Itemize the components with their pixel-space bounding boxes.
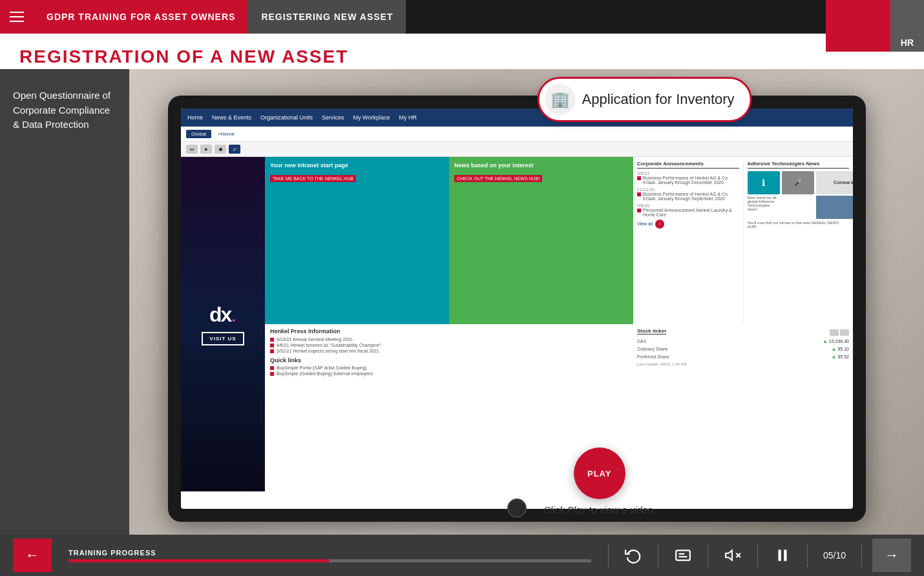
announce-2: 11/11/20 Business Performance of Henkel … <box>637 187 739 201</box>
back-arrow-icon: ← <box>25 547 39 564</box>
icons-strip: aa ■ ◼ y! <box>181 142 853 157</box>
caption-button[interactable] <box>669 541 697 570</box>
adhesive-title: Adhesive Technologies News <box>748 161 850 169</box>
nav-title-gdpr: GDPR TRAINING FOR ASSET OWNERS <box>34 0 248 34</box>
replay-button[interactable] <box>619 541 647 570</box>
ann-dot-3 <box>637 209 641 212</box>
stock-section: Stock ticker DAX ▲ 15,298.30 <box>633 324 853 370</box>
play-container: PLAY Click Play to view a video. <box>543 447 655 515</box>
bottom-bar: ← TRAINING PROGRESS 05/10 <box>0 535 924 576</box>
intranet-main: dx . VISIT US Your new Intranet start pa… <box>181 157 853 491</box>
nav-org[interactable]: Organizational Units <box>260 114 313 121</box>
view-all-link[interactable]: View all <box>637 221 653 226</box>
back-button[interactable]: ← <box>13 539 52 572</box>
breadcrumb-global[interactable]: Global <box>186 130 211 138</box>
red-dot-3 <box>270 349 274 353</box>
quick-link-2: BuySimple (Guided Buying) External emplo… <box>270 371 628 376</box>
stock-ordinary: Ordinary Share ▲ 95.10 <box>637 346 849 352</box>
intranet-breadcrumb: Global >Home <box>181 127 853 142</box>
hr-badge: HR <box>826 0 924 52</box>
audio-button[interactable] <box>719 541 747 570</box>
intranet-card2: News based on your interest CHECK OUT TH… <box>449 157 633 324</box>
dx-text: dx <box>209 303 231 327</box>
col-center: Your new Intranet start page TAKE ME BAC… <box>265 157 633 491</box>
adhesive-news: Adhesive Technologies News ℹ Now home fo… <box>744 157 854 324</box>
nav-workplace[interactable]: My Workplace <box>353 114 390 121</box>
main-content: Open Questionnaire of Corporate Complian… <box>0 69 924 535</box>
press-item-2: 4/6/21 Henkel honored as "Sustainability… <box>270 343 628 347</box>
adhesive-img-3 <box>816 196 854 219</box>
nav-services[interactable]: Services <box>322 114 344 121</box>
visit-button[interactable]: VISIT US <box>202 332 244 345</box>
hr-red-box <box>826 0 890 52</box>
progress-fill <box>68 559 330 562</box>
divider-2 <box>658 544 658 567</box>
play-button[interactable]: PLAY <box>574 447 625 499</box>
stock-last-update: Last Update: 4/9/21 1:40 PM <box>637 362 849 366</box>
press-item-1: 4/16/21 Annual General Meeting 2021 <box>270 337 628 342</box>
pause-button[interactable] <box>768 541 797 570</box>
menu-icon <box>10 21 24 22</box>
hamburger-button[interactable] <box>0 0 34 34</box>
adhesive-img-1: ℹ <box>748 171 780 194</box>
audio-icon <box>724 547 741 564</box>
stock-preferred: Preferred Share ▲ 95.52 <box>637 354 849 360</box>
icon1[interactable]: aa <box>186 145 198 154</box>
forward-button[interactable]: → <box>872 539 911 572</box>
corp-announcements: Corporate Announcements 3/4/21 Business … <box>633 157 744 324</box>
top-nav: GDPR TRAINING FOR ASSET OWNERS REGISTERI… <box>0 0 924 34</box>
corona-box[interactable]: Corona Info <box>816 171 854 194</box>
center-top: Your new Intranet start page TAKE ME BAC… <box>265 157 633 324</box>
ann-dot-2 <box>637 192 641 196</box>
caption-icon <box>675 547 691 564</box>
nav-hr[interactable]: My HR <box>399 114 417 121</box>
stock-title: Stock ticker <box>637 328 666 334</box>
svg-rect-6 <box>778 550 781 561</box>
view-all-icon[interactable]: › <box>655 220 664 229</box>
dx-dot: . <box>231 303 236 327</box>
left-sidebar: Open Questionnaire of Corporate Complian… <box>0 69 129 535</box>
svg-rect-7 <box>784 550 786 561</box>
card2-btn[interactable]: CHECK OUT THE HENKEL NEWS HUB! <box>454 175 542 182</box>
icon2[interactable]: ■ <box>200 145 212 154</box>
card2-title: News based on your interest <box>454 162 628 169</box>
tablet-area: 🏢 Application for Inventory Home News & … <box>129 69 924 535</box>
intranet-card1: Your new Intranet start page TAKE ME BAC… <box>265 157 449 324</box>
adhesive-img-2: 🎤 <box>782 171 814 194</box>
divider-5 <box>807 544 808 567</box>
pause-icon <box>774 547 791 564</box>
nav-news[interactable]: News & Events <box>212 114 251 121</box>
press-item-3: 3/31/21 Henkel expects strong start into… <box>270 349 628 353</box>
red-dot-1 <box>270 338 274 342</box>
view-all-row: View all › <box>637 220 739 229</box>
sidebar-text: Open Questionnaire of Corporate Complian… <box>13 90 110 130</box>
app-badge-label: Application for Inventory <box>582 91 735 108</box>
card1-btn[interactable]: TAKE ME BACK TO THE HENKEL HUB <box>270 175 356 182</box>
icon4[interactable]: y! <box>229 145 240 154</box>
corp-title: Corporate Announcements <box>637 161 739 169</box>
page-title: REGISTRATION OF A NEW ASSET <box>19 46 348 67</box>
app-inventory-badge: 🏢 Application for Inventory <box>538 77 752 122</box>
divider-3 <box>708 544 708 567</box>
nav-title-register: REGISTERING NEW ASSET <box>248 0 406 34</box>
intranet-nav: Home News & Events Organizational Units … <box>181 108 853 127</box>
inventory-icon: 🏢 <box>545 84 576 115</box>
divider-6 <box>861 544 862 567</box>
quick-link-1: BuySimple Portal (SAP Ariba Guided Buyin… <box>270 365 628 370</box>
menu-icon <box>10 16 24 17</box>
stock-icon-1 <box>830 329 839 336</box>
progress-section: TRAINING PROGRESS <box>62 549 598 562</box>
red-dot-2 <box>270 344 274 347</box>
nav-home[interactable]: Home <box>187 114 203 121</box>
icon3[interactable]: ◼ <box>215 145 226 154</box>
tablet-home-button[interactable] <box>507 499 527 518</box>
menu-icon <box>10 12 24 13</box>
press-title: Henkel Press Information <box>270 328 628 334</box>
divider-1 <box>608 544 609 567</box>
svg-rect-0 <box>676 550 690 560</box>
announce-1: 3/4/21 Business Performance of Henkel AG… <box>637 171 739 185</box>
divider-4 <box>757 544 758 567</box>
page-heading: REGISTRATION OF A NEW ASSET <box>0 34 924 69</box>
adhesive-grid: ℹ Now home for all global Adhesive Techn… <box>748 171 850 219</box>
breadcrumb-home[interactable]: >Home <box>214 130 238 138</box>
